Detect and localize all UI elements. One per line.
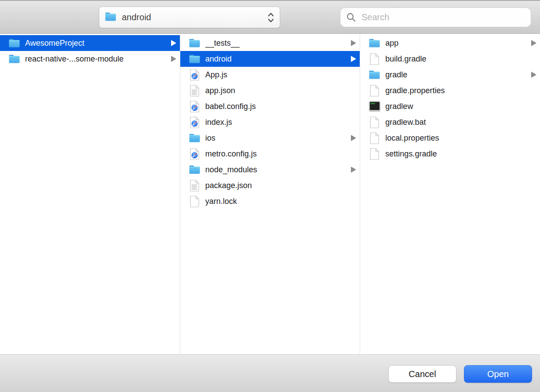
file-name: ios [205, 134, 348, 143]
js-file-icon [189, 69, 201, 81]
file-name: react-native-...some-module [25, 54, 168, 64]
column-browser: AwesomeProjectreact-native-...some-modul… [0, 34, 540, 354]
search-input[interactable] [361, 12, 525, 23]
cancel-button[interactable]: Cancel [388, 365, 456, 383]
file-row[interactable]: app [360, 35, 540, 51]
file-row[interactable]: metro.config.js [180, 146, 360, 162]
file-row[interactable]: app.json [180, 83, 360, 98]
file-name: AwesomeProject [25, 39, 168, 48]
js-file-icon [189, 148, 201, 160]
file-row[interactable]: gradle [360, 67, 540, 83]
folder-icon [8, 37, 20, 49]
file-row[interactable]: node_modules [180, 162, 360, 178]
file-row[interactable]: babel.config.js [180, 98, 360, 114]
file-row[interactable]: index.js [180, 114, 360, 130]
folder-icon [189, 53, 201, 65]
location-dropdown-value: android [122, 12, 151, 22]
file-name: node_modules [205, 165, 348, 174]
disclosure-arrow-icon [351, 135, 356, 141]
file-name: app.json [205, 86, 357, 95]
disclosure-arrow-icon [531, 72, 536, 78]
folder-icon [189, 37, 201, 49]
column-1: AwesomeProjectreact-native-...some-modul… [0, 34, 180, 354]
folder-icon [369, 37, 380, 49]
file-name: app [385, 39, 528, 48]
blank-document-icon [369, 116, 380, 128]
column-3: appbuild.gradlegradlegradle.propertiesgr… [360, 34, 540, 354]
dialog-toolbar: android [0, 0, 540, 34]
blank-document-icon [189, 195, 201, 207]
js-file-icon [189, 116, 201, 128]
file-row[interactable]: android [180, 51, 360, 67]
blank-document-icon [369, 53, 380, 65]
folder-icon [8, 53, 20, 65]
file-name: __tests__ [205, 39, 348, 48]
disclosure-arrow-icon [171, 56, 176, 62]
open-file-dialog: android AwesomeProjectreact-native-...so… [0, 0, 540, 392]
file-name: gradlew.bat [385, 118, 536, 127]
file-name: android [205, 54, 348, 64]
file-row[interactable]: react-native-...some-module [0, 51, 180, 67]
file-name: yarn.lock [205, 197, 357, 206]
file-name: local.properties [385, 134, 536, 143]
file-row[interactable]: gradlew [360, 98, 540, 114]
disclosure-arrow-icon [351, 40, 356, 46]
blank-document-icon [369, 84, 380, 97]
folder-icon [189, 163, 201, 176]
file-row[interactable]: build.gradle [360, 51, 540, 67]
file-name: metro.config.js [205, 149, 357, 159]
text-document-icon [189, 179, 201, 192]
file-row[interactable]: AwesomeProject [0, 35, 180, 51]
column-2: __tests__androidApp.jsapp.jsonbabel.conf… [180, 34, 361, 354]
file-name: settings.gradle [385, 149, 536, 159]
text-document-icon [189, 84, 201, 97]
file-row[interactable]: gradlew.bat [360, 114, 540, 130]
file-name: gradle [385, 70, 528, 80]
file-row[interactable]: App.js [180, 67, 360, 83]
file-row[interactable]: ios [180, 130, 360, 146]
blank-document-icon [369, 148, 380, 160]
disclosure-arrow-icon [351, 56, 356, 62]
file-name: gradle.properties [385, 86, 536, 95]
terminal-executable-icon [369, 100, 380, 113]
file-name: gradlew [385, 102, 536, 111]
disclosure-arrow-icon [531, 40, 536, 46]
dialog-footer: Cancel Open [0, 354, 540, 392]
js-file-icon [189, 100, 201, 113]
folder-icon [105, 12, 117, 23]
search-field[interactable] [340, 7, 531, 27]
file-name: index.js [205, 118, 357, 127]
open-button[interactable]: Open [464, 365, 532, 383]
file-row[interactable]: local.properties [360, 130, 540, 146]
disclosure-arrow-icon [171, 40, 176, 46]
file-row[interactable]: settings.gradle [360, 146, 540, 162]
chevron-up-down-icon [267, 11, 274, 24]
blank-document-icon [369, 132, 380, 144]
search-icon [346, 12, 356, 22]
file-row[interactable]: __tests__ [180, 35, 360, 51]
file-row[interactable]: yarn.lock [180, 193, 360, 209]
file-name: App.js [205, 70, 357, 80]
file-name: build.gradle [385, 54, 536, 64]
file-row[interactable]: package.json [180, 178, 360, 193]
file-name: babel.config.js [205, 102, 357, 111]
disclosure-arrow-icon [351, 167, 356, 173]
file-row[interactable]: gradle.properties [360, 83, 540, 98]
file-name: package.json [205, 181, 357, 190]
folder-icon [369, 69, 380, 81]
folder-icon [189, 132, 201, 144]
location-dropdown[interactable]: android [99, 7, 280, 28]
